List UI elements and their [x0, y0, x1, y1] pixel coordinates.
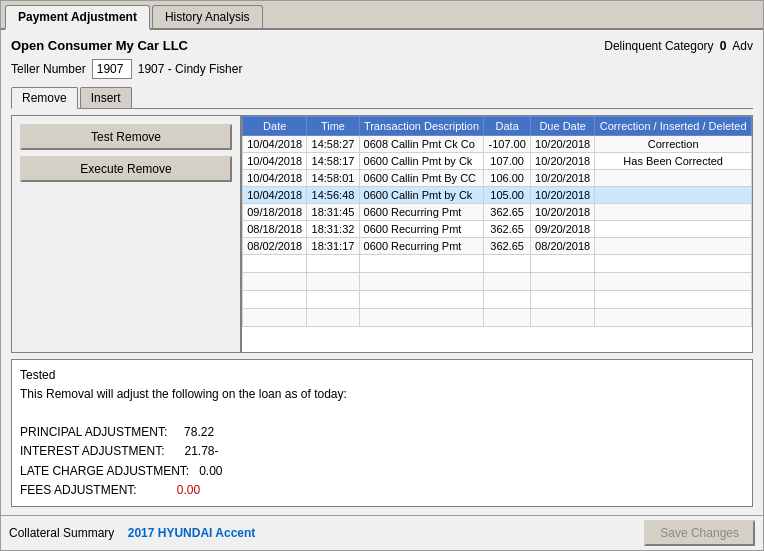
- adv-label: Adv: [732, 39, 753, 53]
- left-panel: Test Remove Execute Remove: [11, 115, 241, 353]
- analysis-line2: This Removal will adjust the following o…: [20, 385, 744, 404]
- interest-value: 21.78-: [184, 444, 218, 458]
- late-charge-label: LATE CHARGE ADJUSTMENT:: [20, 464, 189, 478]
- delinquent-label: Delinquent Category: [604, 39, 713, 53]
- main-window: Payment Adjustment History Analysis Open…: [0, 0, 764, 551]
- col-correction: Correction / Inserted / Deleted: [595, 117, 752, 136]
- col-desc: Transaction Description: [359, 117, 484, 136]
- table-row-empty: [243, 273, 752, 291]
- collateral-value: 2017 HYUNDAI Accent: [128, 526, 256, 540]
- teller-number-input[interactable]: [92, 59, 132, 79]
- tab-payment-adjustment[interactable]: Payment Adjustment: [5, 5, 150, 30]
- execute-remove-button[interactable]: Execute Remove: [20, 156, 232, 182]
- sub-tab-insert[interactable]: Insert: [80, 87, 132, 108]
- main-panel: Test Remove Execute Remove Date Time Tra…: [11, 115, 753, 353]
- save-changes-button[interactable]: Save Changes: [644, 520, 755, 546]
- teller-row: Teller Number 1907 - Cindy Fisher: [11, 59, 753, 79]
- col-time: Time: [307, 117, 359, 136]
- test-remove-button[interactable]: Test Remove: [20, 124, 232, 150]
- late-charge-value: 0.00: [199, 464, 222, 478]
- interest-label: INTEREST ADJUSTMENT:: [20, 444, 164, 458]
- col-date: Date: [243, 117, 307, 136]
- delinquent-info: Delinquent Category 0 Adv: [604, 39, 753, 53]
- principal-value: 78.22: [184, 425, 214, 439]
- teller-name: 1907 - Cindy Fisher: [138, 62, 243, 76]
- content-area: Open Consumer My Car LLC Delinquent Cate…: [1, 30, 763, 515]
- fees-value: 0.00: [177, 483, 200, 497]
- principal-line: PRINCIPAL ADJUSTMENT: 78.22: [20, 423, 744, 442]
- header-row: Open Consumer My Car LLC Delinquent Cate…: [11, 38, 753, 53]
- col-data: Data: [484, 117, 531, 136]
- account-name: Open Consumer My Car LLC: [11, 38, 188, 53]
- table-row[interactable]: 08/02/201818:31:170600 Recurring Pmt362.…: [243, 238, 752, 255]
- table-row-empty: [243, 291, 752, 309]
- collateral-info: Collateral Summary 2017 HYUNDAI Accent: [9, 526, 255, 540]
- analysis-section: Tested This Removal will adjust the foll…: [11, 359, 753, 507]
- sub-tab-remove[interactable]: Remove: [11, 87, 78, 109]
- delinquent-value: 0: [720, 39, 727, 53]
- table-row[interactable]: 10/04/201814:58:170600 Callin Pmt by Ck1…: [243, 153, 752, 170]
- tab-bar: Payment Adjustment History Analysis: [1, 1, 763, 30]
- analysis-line1: Tested: [20, 366, 744, 385]
- principal-label: PRINCIPAL ADJUSTMENT:: [20, 425, 167, 439]
- table-header-row: Date Time Transaction Description Data D…: [243, 117, 752, 136]
- table-row-empty: [243, 255, 752, 273]
- late-charge-line: LATE CHARGE ADJUSTMENT: 0.00: [20, 462, 744, 481]
- footer: Collateral Summary 2017 HYUNDAI Accent S…: [1, 515, 763, 550]
- table-row[interactable]: 10/04/201814:56:480600 Callin Pmt by Ck1…: [243, 187, 752, 204]
- analysis-line3: [20, 404, 744, 423]
- sub-tab-bar: Remove Insert: [11, 85, 753, 109]
- fees-label: FEES ADJUSTMENT:: [20, 483, 137, 497]
- collateral-label: Collateral Summary: [9, 526, 114, 540]
- transaction-table-area: Date Time Transaction Description Data D…: [241, 115, 753, 353]
- table-body: 10/04/201814:58:270608 Callin Pmt Ck Co-…: [243, 136, 752, 327]
- fees-line: FEES ADJUSTMENT: 0.00: [20, 481, 744, 500]
- teller-label: Teller Number: [11, 62, 86, 76]
- tab-history-analysis[interactable]: History Analysis: [152, 5, 263, 28]
- transaction-table: Date Time Transaction Description Data D…: [242, 116, 752, 327]
- table-row-empty: [243, 309, 752, 327]
- table-row[interactable]: 09/18/201818:31:450600 Recurring Pmt362.…: [243, 204, 752, 221]
- interest-line: INTEREST ADJUSTMENT: 21.78-: [20, 442, 744, 461]
- table-row[interactable]: 10/04/201814:58:010600 Callin Pmt By CC1…: [243, 170, 752, 187]
- table-row[interactable]: 10/04/201814:58:270608 Callin Pmt Ck Co-…: [243, 136, 752, 153]
- table-row[interactable]: 08/18/201818:31:320600 Recurring Pmt362.…: [243, 221, 752, 238]
- col-due-date: Due Date: [530, 117, 594, 136]
